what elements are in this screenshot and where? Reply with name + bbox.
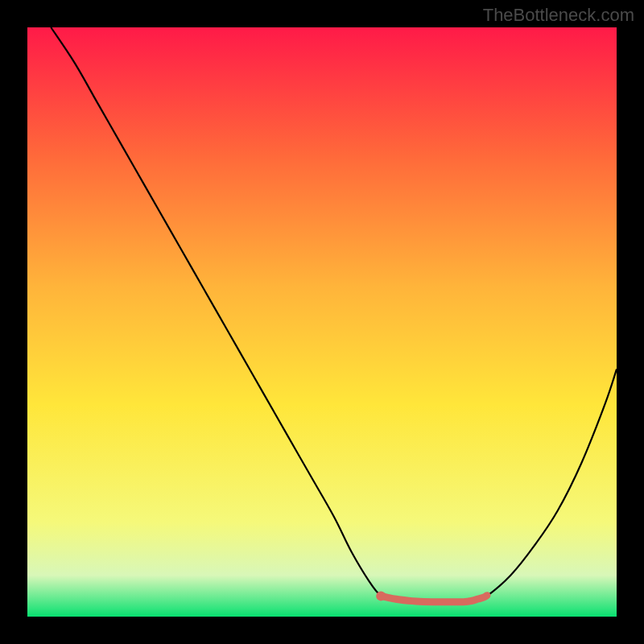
gradient-background [27,27,617,617]
chart-svg [27,27,617,617]
watermark-text: TheBottleneck.com [483,5,634,26]
chart-frame [27,27,617,617]
optimal-point-dot [376,591,386,601]
